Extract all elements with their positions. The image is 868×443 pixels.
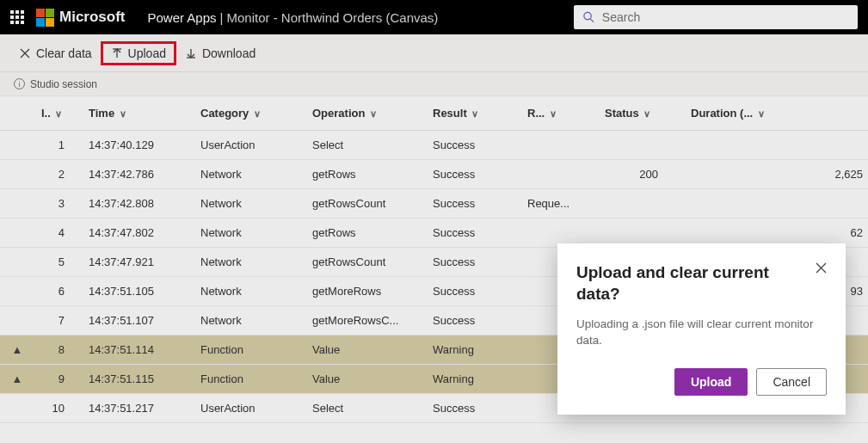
dialog-upload-button[interactable]: Upload [674, 368, 748, 396]
microsoft-logo[interactable]: Microsoft [36, 9, 126, 27]
download-label: Download [202, 46, 255, 60]
brand-text: Microsoft [59, 9, 126, 26]
table-row[interactable]: 214:37:42.786NetworkgetRowsSuccess2002,6… [0, 160, 868, 189]
cell-category: Network [194, 277, 305, 306]
close-icon [19, 47, 31, 59]
cell-time: 14:37:51.115 [82, 365, 194, 394]
upload-confirm-dialog: Upload and clear current data? Uploading… [557, 243, 846, 415]
cell-result: Success [426, 248, 520, 277]
cell-result: Success [426, 160, 520, 189]
col-result-header[interactable]: Result ∨ [426, 96, 520, 131]
col-category-header[interactable]: Category ∨ [194, 96, 305, 131]
chevron-down-icon: ∨ [55, 108, 62, 119]
cell-category: UserAction [194, 394, 305, 423]
cell-duration: 2,625 [684, 160, 868, 189]
cell-category: Network [194, 189, 305, 218]
cell-operation: Select [305, 394, 426, 423]
cell-result: Success [426, 218, 520, 248]
col-status-header[interactable]: Status ∨ [598, 96, 684, 131]
chevron-down-icon: ∨ [120, 108, 126, 119]
clear-data-button[interactable]: Clear data [10, 41, 101, 65]
warning-icon: ▲ [12, 372, 23, 385]
cell-status: 200 [598, 160, 684, 189]
cell-duration [684, 189, 868, 218]
info-icon: i [14, 78, 25, 89]
cell-r [520, 131, 598, 160]
col-id-header[interactable]: I.. ∨ [34, 96, 82, 131]
warning-icon: ▲ [12, 343, 23, 356]
svg-point-0 [584, 12, 591, 19]
dialog-body: Uploading a .json file will clear curren… [576, 317, 827, 349]
upload-button[interactable]: Upload [101, 41, 176, 65]
cell-id: 1 [34, 131, 82, 160]
close-icon [816, 262, 827, 274]
cell-id: 10 [34, 394, 82, 423]
svg-line-1 [590, 19, 594, 22]
cell-id: 6 [34, 277, 82, 306]
app-name[interactable]: Power Apps [148, 10, 217, 25]
chevron-down-icon: ∨ [643, 108, 650, 119]
context-label: Monitor - Northwind Orders (Canvas) [226, 10, 438, 25]
cell-id: 3 [34, 189, 82, 218]
download-button[interactable]: Download [176, 41, 264, 65]
cell-time: 14:37:51.107 [82, 306, 194, 335]
cell-operation: getRows [305, 160, 426, 189]
cell-status [598, 131, 684, 160]
clear-data-label: Clear data [36, 46, 92, 60]
table-row[interactable]: 114:37:40.129UserActionSelectSuccess [0, 131, 868, 160]
cell-category: Network [194, 160, 305, 189]
dialog-close-button[interactable] [816, 262, 827, 275]
cell-status [598, 189, 684, 218]
cell-category: UserAction [194, 131, 305, 160]
cell-operation: getRows [305, 218, 426, 248]
cell-r [520, 160, 598, 189]
session-label: Studio session [30, 78, 97, 90]
cell-id: 4 [34, 218, 82, 248]
cell-operation: getMoreRowsC... [305, 306, 426, 335]
microsoft-logo-icon [36, 9, 54, 27]
app-header: Microsoft Power Apps | Monitor - Northwi… [0, 0, 868, 34]
cell-category: Network [194, 306, 305, 335]
app-launcher-icon[interactable] [10, 10, 24, 24]
cell-time: 14:37:42.786 [82, 160, 194, 189]
cell-time: 14:37:40.129 [82, 131, 194, 160]
cell-result: Success [426, 394, 520, 423]
cell-operation: getRowsCount [305, 189, 426, 218]
chevron-down-icon: ∨ [471, 108, 478, 119]
toolbar: Clear data Upload Download [0, 34, 868, 72]
cell-time: 14:37:51.114 [82, 335, 194, 365]
table-row[interactable]: 314:37:42.808NetworkgetRowsCountSuccessR… [0, 189, 868, 218]
cell-result: Success [426, 277, 520, 306]
cell-category: Function [194, 335, 305, 365]
cell-operation: getRowsCount [305, 248, 426, 277]
col-r-header[interactable]: R... ∨ [520, 96, 598, 131]
cell-result: Success [426, 131, 520, 160]
chevron-down-icon: ∨ [254, 108, 261, 119]
col-time-header[interactable]: Time ∨ [82, 96, 194, 131]
search-icon [582, 10, 595, 24]
session-bar: i Studio session [0, 72, 868, 96]
upload-icon [111, 47, 123, 59]
cell-id: 5 [34, 248, 82, 277]
cell-operation: Value [305, 365, 426, 394]
cell-time: 14:37:47.802 [82, 218, 194, 248]
cell-category: Network [194, 218, 305, 248]
cell-result: Warning [426, 365, 520, 394]
chevron-down-icon: ∨ [550, 108, 557, 119]
download-icon [185, 47, 197, 59]
cell-r: Reque... [520, 189, 598, 218]
cell-time: 14:37:51.217 [82, 394, 194, 423]
col-operation-header[interactable]: Operation ∨ [305, 96, 426, 131]
cell-id: 9 [34, 365, 82, 394]
cell-category: Function [194, 365, 305, 394]
search-input-container[interactable] [574, 5, 858, 29]
search-input[interactable] [602, 10, 849, 24]
cell-category: Network [194, 248, 305, 277]
cell-result: Success [426, 306, 520, 335]
col-duration-header[interactable]: Duration (... ∨ [684, 96, 868, 131]
dialog-cancel-button[interactable]: Cancel [756, 368, 827, 396]
cell-result: Success [426, 189, 520, 218]
cell-duration [684, 131, 868, 160]
breadcrumb: Power Apps | Monitor - Northwind Orders … [148, 10, 439, 25]
cell-operation: Value [305, 335, 426, 365]
